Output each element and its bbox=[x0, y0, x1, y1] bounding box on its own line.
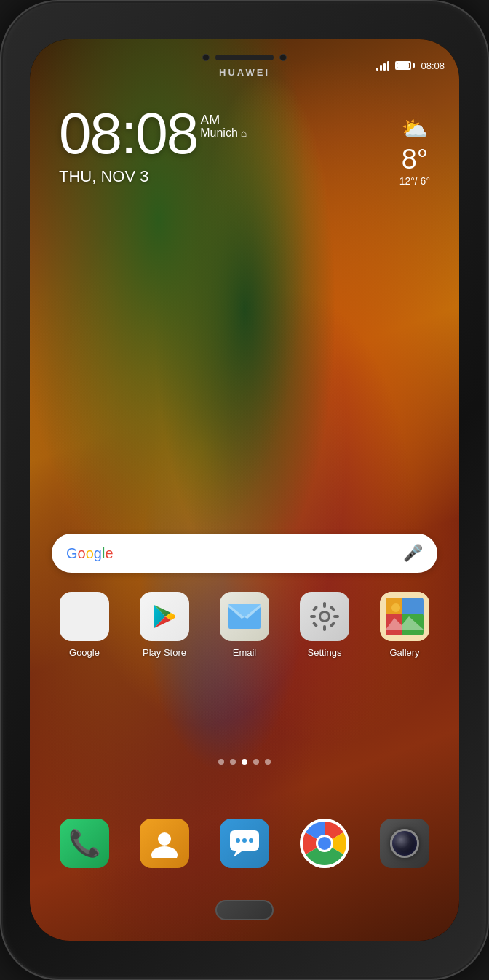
svg-rect-9 bbox=[333, 615, 339, 618]
weather-widget: ⛅ 8° 12°/ 6° bbox=[399, 116, 430, 187]
app-item-email[interactable]: Email bbox=[212, 592, 277, 658]
top-notch bbox=[202, 54, 287, 61]
dot-3 bbox=[242, 759, 247, 765]
app-grid: Google bbox=[30, 592, 459, 658]
battery-body bbox=[395, 61, 411, 70]
camera-app-icon[interactable] bbox=[380, 819, 429, 868]
google-app-label: Google bbox=[69, 647, 100, 658]
email-app-icon[interactable] bbox=[220, 592, 269, 641]
messages-icon-svg bbox=[229, 830, 260, 857]
weather-icon: ⛅ bbox=[399, 116, 430, 141]
mic-icon[interactable]: 🎤 bbox=[403, 544, 423, 563]
signal-bar-2 bbox=[380, 65, 382, 71]
home-screen: HUAWEI 08:08 bbox=[30, 39, 459, 941]
app-item-messages[interactable] bbox=[212, 819, 277, 868]
page-dots bbox=[30, 759, 459, 765]
contacts-icon-svg bbox=[150, 829, 179, 858]
messages-app-icon[interactable] bbox=[220, 819, 269, 868]
settings-app-icon[interactable] bbox=[300, 592, 349, 641]
svg-point-19 bbox=[391, 603, 400, 612]
svg-point-22 bbox=[151, 846, 178, 858]
phone-app-icon[interactable]: 📞 bbox=[60, 819, 109, 868]
signal-bars-icon bbox=[376, 60, 389, 71]
playstore-app-label: Play Store bbox=[143, 647, 186, 658]
google-search-bar[interactable]: Google 🎤 bbox=[52, 534, 437, 573]
time-widget: 08:08 AM Munich ⌂ THU, NOV 3 bbox=[59, 105, 247, 186]
google-logo: Google bbox=[66, 545, 114, 562]
settings-app-label: Settings bbox=[308, 647, 342, 658]
signal-bar-3 bbox=[383, 63, 386, 71]
phone-handset-icon: 📞 bbox=[68, 828, 101, 859]
email-app-label: Email bbox=[233, 647, 257, 658]
app-item-contacts[interactable] bbox=[132, 819, 197, 868]
weather-temperature: 8° bbox=[399, 144, 430, 175]
gallery-app-label: Gallery bbox=[389, 647, 419, 658]
app-item-gallery[interactable]: Gallery bbox=[372, 592, 437, 658]
battery-tip bbox=[413, 63, 415, 68]
phone-device: HUAWEI 08:08 bbox=[0, 0, 489, 980]
email-icon-svg bbox=[228, 604, 261, 629]
svg-marker-24 bbox=[234, 850, 244, 857]
playstore-app-icon[interactable] bbox=[140, 592, 189, 641]
app-item-settings[interactable]: Settings bbox=[292, 592, 357, 658]
status-bar: 08:08 bbox=[30, 39, 459, 83]
weather-range: 12°/ 6° bbox=[399, 175, 430, 187]
home-button[interactable] bbox=[215, 900, 274, 920]
google-app-icon[interactable] bbox=[60, 592, 109, 641]
home-icon: ⌂ bbox=[241, 127, 247, 139]
svg-point-5 bbox=[321, 613, 328, 620]
app-item-camera[interactable] bbox=[372, 819, 437, 868]
speaker-grille bbox=[215, 55, 274, 60]
signal-bar-4 bbox=[387, 61, 389, 71]
svg-point-30 bbox=[318, 837, 331, 850]
svg-point-25 bbox=[236, 838, 240, 843]
sensor bbox=[279, 54, 287, 61]
svg-rect-11 bbox=[330, 606, 335, 611]
dot-2 bbox=[230, 759, 236, 765]
svg-point-27 bbox=[249, 838, 253, 843]
svg-rect-8 bbox=[310, 615, 316, 618]
city-text: Munich ⌂ bbox=[200, 126, 247, 140]
time-display: 08:08 bbox=[59, 105, 197, 163]
camera-lens-icon bbox=[390, 829, 419, 858]
dot-1 bbox=[218, 759, 224, 765]
dot-5 bbox=[265, 759, 271, 765]
date-display: THU, NOV 3 bbox=[59, 167, 247, 186]
svg-rect-13 bbox=[330, 622, 335, 627]
svg-rect-7 bbox=[323, 625, 326, 631]
app-item-chrome[interactable] bbox=[292, 819, 357, 868]
svg-rect-12 bbox=[312, 622, 318, 627]
battery-fill bbox=[397, 63, 409, 68]
dot-4 bbox=[253, 759, 259, 765]
app-item-google[interactable]: Google bbox=[52, 592, 117, 658]
battery-icon bbox=[395, 61, 415, 70]
time-ampm: AM Munich ⌂ bbox=[200, 113, 247, 140]
app-item-phone[interactable]: 📞 bbox=[52, 819, 117, 868]
signal-bar-1 bbox=[376, 68, 378, 71]
chrome-icon-svg bbox=[300, 819, 349, 868]
contacts-app-icon[interactable] bbox=[140, 819, 189, 868]
svg-point-26 bbox=[242, 838, 247, 843]
chrome-app-icon[interactable] bbox=[300, 819, 349, 868]
ampm-text: AM bbox=[200, 113, 247, 126]
front-camera bbox=[202, 54, 210, 61]
app-item-playstore[interactable]: Play Store bbox=[132, 592, 197, 658]
svg-point-21 bbox=[158, 832, 171, 846]
playstore-icon-svg bbox=[151, 603, 178, 630]
app-dock: 📞 bbox=[30, 819, 459, 868]
settings-icon-svg bbox=[309, 601, 341, 632]
status-bar-time: 08:08 bbox=[421, 60, 445, 71]
phone-screen: HUAWEI 08:08 bbox=[30, 39, 459, 941]
gallery-app-icon[interactable] bbox=[380, 592, 429, 641]
svg-rect-10 bbox=[312, 606, 318, 611]
gallery-icon-svg bbox=[380, 592, 429, 641]
svg-rect-6 bbox=[323, 602, 326, 608]
